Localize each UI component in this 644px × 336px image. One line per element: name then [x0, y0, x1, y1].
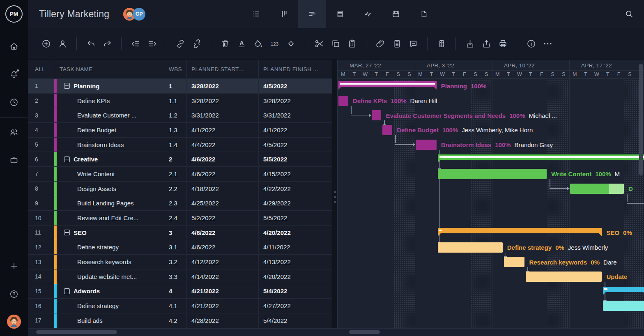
- gantt-task-bar[interactable]: [504, 257, 525, 267]
- export-icon[interactable]: [478, 35, 494, 52]
- planned-finish-cell[interactable]: 5/4/2022: [259, 313, 332, 328]
- planned-finish-cell[interactable]: 4/27/2022: [259, 299, 332, 313]
- table-row[interactable]: 9Build Landing Pages2.34/25/20224/29/202…: [28, 196, 332, 211]
- panel-splitter[interactable]: [332, 60, 338, 328]
- collapse-icon[interactable]: [64, 156, 70, 162]
- delete-icon[interactable]: [217, 35, 233, 52]
- add-task-icon[interactable]: [38, 35, 54, 52]
- home-icon[interactable]: [0, 32, 28, 60]
- planned-start-cell[interactable]: 4/25/2022: [187, 196, 259, 211]
- wbs-cell[interactable]: 4.2: [164, 313, 187, 328]
- column-header-start[interactable]: PLANNED START...: [187, 60, 259, 78]
- view-tab-activity-icon[interactable]: [354, 0, 382, 28]
- planned-start-cell[interactable]: 4/4/2022: [187, 138, 259, 152]
- planned-start-cell[interactable]: 4/6/2022: [187, 240, 259, 255]
- gantt-task-bar[interactable]: [438, 242, 503, 253]
- planned-finish-cell[interactable]: 4/20/2022: [259, 226, 332, 240]
- planned-start-cell[interactable]: 3/31/2022: [187, 108, 259, 122]
- planned-finish-cell[interactable]: 4/22/2022: [259, 182, 332, 196]
- undo-icon[interactable]: [83, 35, 99, 52]
- comment-icon[interactable]: [405, 35, 421, 52]
- table-row[interactable]: 11SEO34/6/20224/20/2022: [28, 226, 332, 240]
- wbs-cell[interactable]: 4.1: [164, 299, 187, 313]
- column-header-num[interactable]: ALL: [28, 60, 54, 78]
- collapse-icon[interactable]: [64, 83, 70, 89]
- table-row[interactable]: 7Write Content2.14/6/20224/15/2022: [28, 167, 332, 182]
- collapse-icon[interactable]: [64, 288, 70, 294]
- wbs-cell[interactable]: 1.3: [164, 123, 187, 137]
- wbs-cell[interactable]: 4: [164, 284, 187, 299]
- wbs-cell[interactable]: 3.2: [164, 255, 187, 269]
- planned-finish-cell[interactable]: 4/1/2022: [259, 123, 332, 137]
- view-tab-board-icon[interactable]: [270, 0, 298, 28]
- font-color-icon[interactable]: A: [233, 35, 250, 52]
- fill-color-icon[interactable]: [250, 35, 266, 52]
- timesheet-icon[interactable]: [0, 88, 28, 116]
- planned-start-cell[interactable]: 4/6/2022: [187, 167, 259, 181]
- planned-start-cell[interactable]: 3/28/2022: [187, 94, 259, 108]
- unlink-tasks-icon[interactable]: [189, 35, 205, 52]
- wbs-cell[interactable]: 3.1: [164, 240, 187, 255]
- planned-finish-cell[interactable]: 4/20/2022: [259, 269, 332, 284]
- gantt-summary-bar[interactable]: [338, 81, 437, 87]
- wbs-cell[interactable]: 2.4: [164, 211, 187, 225]
- planned-finish-cell[interactable]: 4/29/2022: [259, 196, 332, 211]
- planned-start-cell[interactable]: 4/21/2022: [187, 284, 259, 299]
- planned-start-cell[interactable]: 4/6/2022: [187, 226, 259, 240]
- member-avatar-initials[interactable]: GP: [133, 8, 145, 21]
- wbs-cell[interactable]: 2.1: [164, 167, 187, 181]
- collapse-icon[interactable]: [64, 230, 70, 235]
- planned-finish-cell[interactable]: 4/11/2022: [259, 240, 332, 255]
- view-tab-sheet-icon[interactable]: [326, 0, 354, 28]
- wbs-cell[interactable]: 1: [164, 79, 187, 93]
- portfolio-icon[interactable]: [0, 146, 28, 174]
- view-tab-calendar-icon[interactable]: [382, 0, 410, 28]
- column-header-name[interactable]: TASK NAME: [54, 60, 164, 78]
- gantt-task-bar[interactable]: [570, 184, 624, 194]
- notes-icon[interactable]: [389, 35, 405, 52]
- table-row[interactable]: 12Define strategy3.14/6/20224/11/2022: [28, 240, 332, 255]
- planned-finish-cell[interactable]: 4/5/2022: [259, 138, 332, 152]
- more-icon[interactable]: [539, 35, 556, 52]
- gantt-summary-bar[interactable]: [438, 228, 602, 233]
- number-123-icon[interactable]: 123: [266, 35, 283, 52]
- planned-start-cell[interactable]: 3/28/2022: [187, 79, 259, 93]
- search-icon[interactable]: [620, 0, 639, 28]
- redo-icon[interactable]: [99, 35, 115, 52]
- gantt-task-bar[interactable]: [338, 96, 348, 106]
- planned-start-cell[interactable]: 4/18/2022: [187, 182, 259, 196]
- paste-icon[interactable]: [344, 35, 360, 52]
- gantt-task-bar[interactable]: [372, 110, 382, 120]
- add-icon[interactable]: [0, 252, 28, 280]
- planned-finish-cell[interactable]: 5/4/2022: [259, 284, 332, 299]
- wbs-cell[interactable]: 2.3: [164, 196, 187, 211]
- column-header-finish[interactable]: PLANNED FINISH ...: [259, 60, 332, 78]
- link-tasks-icon[interactable]: [172, 35, 189, 52]
- gantt-task-bar[interactable]: [382, 125, 392, 135]
- table-row[interactable]: 8Design Assets2.24/18/20224/22/2022: [28, 182, 332, 196]
- planned-finish-cell[interactable]: 5/5/2022: [259, 152, 332, 166]
- wbs-cell[interactable]: 2.2: [164, 182, 187, 196]
- wbs-cell[interactable]: 2: [164, 152, 187, 166]
- info-icon[interactable]: [523, 35, 539, 52]
- splitter-handle-icon[interactable]: [334, 188, 336, 206]
- pm-logo[interactable]: PM: [5, 5, 23, 23]
- view-tab-gantt-icon[interactable]: [298, 0, 326, 28]
- gantt-task-bar[interactable]: [416, 140, 437, 150]
- table-row[interactable]: 17Build ads4.24/28/20225/4/2022: [28, 313, 332, 328]
- view-tab-list-icon[interactable]: [242, 0, 270, 28]
- indent-icon[interactable]: [144, 35, 160, 52]
- column-header-wbs[interactable]: WBS: [164, 60, 187, 78]
- planned-start-cell[interactable]: 4/21/2022: [187, 299, 259, 313]
- gantt-task-bar[interactable]: [526, 272, 602, 282]
- print-icon[interactable]: [494, 35, 511, 52]
- import-icon[interactable]: [462, 35, 478, 52]
- attachment-icon[interactable]: [372, 35, 389, 52]
- notifications-icon[interactable]: [0, 60, 28, 88]
- wbs-cell[interactable]: 3.3: [164, 269, 187, 284]
- table-row[interactable]: 2Define KPIs1.13/28/20223/28/2022: [28, 94, 332, 108]
- table-row[interactable]: 6Creative24/6/20225/5/2022: [28, 152, 332, 167]
- table-horizontal-scrollbar[interactable]: [36, 330, 117, 334]
- user-avatar[interactable]: [7, 315, 21, 329]
- columns-icon[interactable]: [433, 35, 450, 52]
